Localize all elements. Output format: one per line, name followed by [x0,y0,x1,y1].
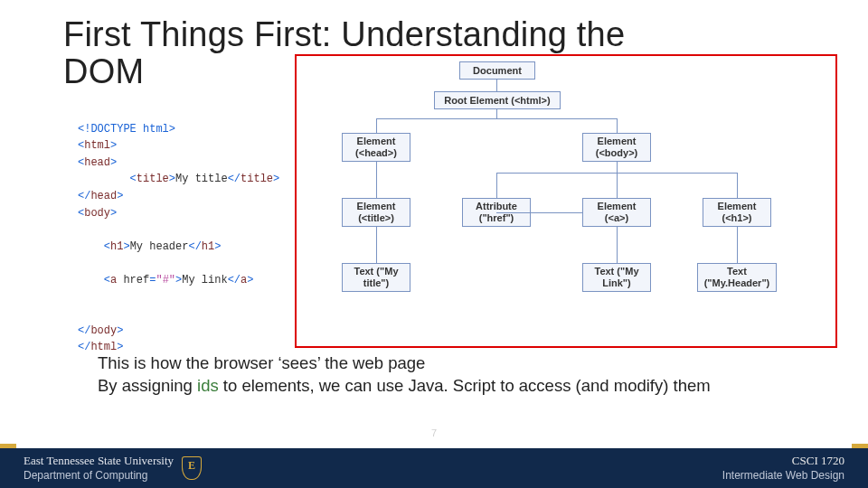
slide: First Things First: Understanding the DO… [0,0,868,488]
body-text: This is how the browser ‘sees’ the web p… [98,352,823,398]
connector [496,212,582,213]
node-title: Element (<title>) [342,198,410,227]
node-a: Element (<a>) [582,198,651,227]
connector [617,227,618,263]
dom-diagram: Document Root Element (<html>) Element (… [295,54,837,348]
body-line-2b: to elements, we can use Java. Script to … [219,376,711,395]
code-token: </ [78,190,90,202]
footer-department: Department of Computing [24,469,174,483]
body-id-token: ids [197,376,219,395]
footer-left: East Tennessee State University Departme… [0,454,174,482]
footer-course-code: CSCI 1720 [722,454,844,468]
code-token: <!DOCTYPE html> [78,123,175,136]
node-text-mylink: Text ("My Link") [582,263,651,292]
code-token: < [104,240,110,253]
body-line-2a: By assigning [98,376,197,395]
node-root-html: Root Element (<html>) [434,91,561,109]
connector [617,162,618,173]
title-line-2: DOM [63,52,144,90]
shield-icon [174,454,210,483]
connector [737,173,738,198]
title-line-1: First Things First: Understanding the [63,15,625,53]
connector [496,109,497,118]
code-token: </ [78,324,90,337]
connector [496,80,497,91]
node-body: Element (<body>) [582,133,651,162]
code-token: < [104,274,110,286]
page-number: 7 [431,427,437,438]
node-text-mytitle: Text ("My title") [342,263,410,292]
code-token: < [130,173,137,185]
connector [496,173,497,198]
code-block: <!DOCTYPE html> <html> <head> <title>My … [78,104,279,373]
node-h1: Element (<h1>) [703,198,771,227]
code-token: </ [78,341,90,353]
footer-bar: East Tennessee State University Departme… [0,448,868,488]
footer-course-name: Intermediate Web Design [722,469,844,483]
footer-right: CSCI 1720 Intermediate Web Design [722,454,868,482]
connector [617,118,618,133]
connector [376,118,377,133]
connector [376,118,618,119]
footer-university: East Tennessee State University [24,454,174,468]
connector [617,173,618,198]
node-document: Document [459,61,535,80]
connector [376,162,377,198]
node-text-myheader: Text ("My.Header") [697,263,777,292]
node-head: Element (<head>) [342,133,410,162]
connector [376,227,377,263]
body-line-1: This is how the browser ‘sees’ the web p… [98,353,425,372]
connector [737,227,738,263]
